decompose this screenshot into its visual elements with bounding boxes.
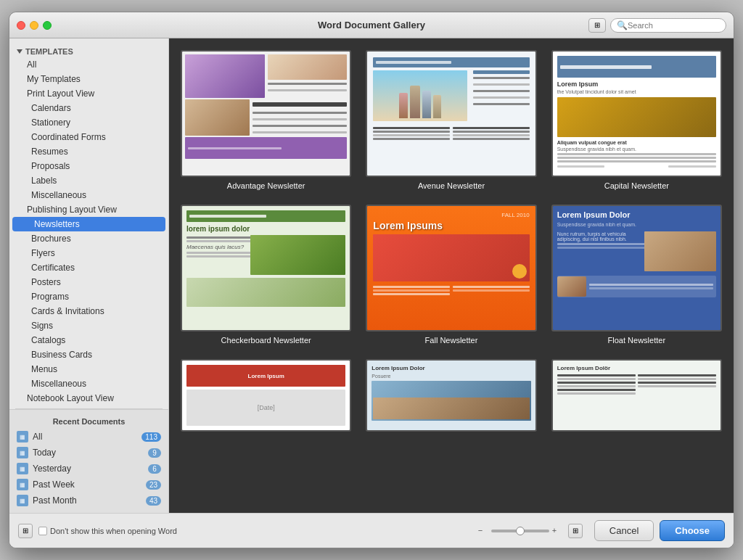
sidebar-item-coordinated-forms[interactable]: Coordinated Forms (9, 130, 168, 144)
template-name-advantage: Advantage Newsletter (227, 181, 305, 190)
close-button[interactable] (17, 21, 25, 30)
sidebar-item-calendars[interactable]: Calendars (9, 101, 168, 115)
recent-item-today[interactable]: ▦ Today 9 (9, 445, 168, 461)
recent-item-past-month[interactable]: ▦ Past Month 43 (9, 493, 168, 508)
template-name-fall: Fall Newsletter (425, 336, 478, 345)
recent-all-badge: 113 (141, 432, 161, 442)
collapse-triangle-icon (17, 49, 22, 54)
recent-documents-header: Recent Documents (9, 414, 168, 429)
template-card-row3-1[interactable]: Lorem Ipsum [Date] (181, 359, 351, 436)
recent-past-week-label: Past Week (33, 479, 141, 490)
sidebar-item-menus[interactable]: Menus (9, 362, 168, 376)
sidebar-item-signs[interactable]: Signs (9, 318, 168, 333)
recent-today-icon: ▦ (17, 447, 28, 458)
template-preview-advantage[interactable] (181, 50, 351, 177)
zoom-handle[interactable] (516, 527, 525, 535)
zoom-in-icon[interactable]: + (552, 526, 562, 536)
template-preview-fall[interactable]: FALL 2010 Lorem Ipsums (366, 205, 536, 332)
traffic-lights (17, 21, 52, 30)
dont-show-label: Don't show this when opening Word (50, 527, 177, 535)
recent-past-month-badge: 43 (146, 496, 161, 506)
view-toggle-button[interactable]: ⊞ (588, 18, 606, 33)
title-bar: Word Document Gallery ⊞ 🔍 (9, 12, 734, 38)
sidebar-item-publishing-layout-view[interactable]: Publishing Layout View (9, 202, 168, 217)
recent-item-yesterday[interactable]: ▦ Yesterday 6 (9, 461, 168, 477)
recent-past-month-icon: ▦ (17, 495, 28, 506)
sidebar-toggle-button[interactable]: ⊞ (18, 524, 33, 538)
cancel-button[interactable]: Cancel (594, 520, 654, 541)
recent-yesterday-icon: ▦ (17, 463, 28, 474)
zoom-out-icon[interactable]: − (478, 526, 488, 536)
sidebar-item-print-layout-view[interactable]: Print Layout View (9, 86, 168, 101)
template-preview-avenue[interactable] (366, 50, 536, 177)
template-name-capital: Capital Newsletter (604, 181, 669, 190)
template-preview-row3-2[interactable]: Lorem Ipsum Dolor Posuere (366, 359, 536, 432)
template-preview-row3-1[interactable]: Lorem Ipsum [Date] (181, 359, 351, 432)
recent-past-month-label: Past Month (33, 495, 141, 506)
template-name-avenue: Avenue Newsletter (418, 181, 485, 190)
sidebar-item-notebook-layout-view[interactable]: Notebook Layout View (9, 391, 168, 405)
sidebar-scroll-area: TEMPLATES All My Templates Print Layout … (9, 38, 168, 409)
sidebar-item-flyers[interactable]: Flyers (9, 246, 168, 260)
bottom-bar: ⊞ Don't show this when opening Word − + … (9, 513, 734, 548)
choose-button[interactable]: Choose (660, 520, 725, 541)
recent-item-all[interactable]: ▦ All 113 (9, 429, 168, 445)
template-name-checkerboard: Checkerboard Newsletter (221, 336, 311, 345)
recent-all-icon: ▦ (17, 431, 28, 442)
zoom-slider[interactable] (491, 530, 549, 532)
sidebar: TEMPLATES All My Templates Print Layout … (9, 38, 169, 513)
recent-past-week-badge: 23 (146, 480, 161, 490)
sidebar-item-programs[interactable]: Programs (9, 289, 168, 304)
sidebar-item-miscellaneous1[interactable]: Miscellaneous (9, 188, 168, 202)
template-card-avenue[interactable]: Avenue Newsletter (366, 50, 536, 190)
template-card-checkerboard[interactable]: lorem ipsum dolor Maecenas quis lacus? (181, 205, 351, 345)
search-bar[interactable]: 🔍 (610, 18, 726, 33)
template-card-advantage[interactable]: Advantage Newsletter (181, 50, 351, 190)
search-input[interactable] (628, 21, 720, 30)
sidebar-item-my-templates[interactable]: My Templates (9, 72, 168, 86)
recent-all-label: All (33, 432, 137, 442)
recent-yesterday-badge: 6 (148, 464, 161, 474)
recent-documents-section: Recent Documents ▦ All 113 ▦ Today 9 ▦ Y… (9, 409, 168, 513)
window-title: Word Document Gallery (318, 20, 425, 30)
template-preview-capital[interactable]: Lorem Ipsum the Volutpat tincidunt dolor… (551, 50, 722, 177)
template-preview-checkerboard[interactable]: lorem ipsum dolor Maecenas quis lacus? (181, 205, 351, 332)
sidebar-item-cards-invitations[interactable]: Cards & Invitations (9, 304, 168, 318)
sidebar-item-proposals[interactable]: Proposals (9, 159, 168, 173)
maximize-button[interactable] (43, 21, 52, 30)
template-grid-area: Advantage Newsletter (169, 38, 734, 513)
sidebar-item-miscellaneous2[interactable]: Miscellaneous (9, 376, 168, 391)
dont-show-checkbox[interactable] (38, 527, 47, 535)
template-card-capital[interactable]: Lorem Ipsum the Volutpat tincidunt dolor… (551, 50, 722, 190)
recent-yesterday-label: Yesterday (33, 464, 144, 474)
recent-today-label: Today (33, 448, 144, 458)
sidebar-item-posters[interactable]: Posters (9, 275, 168, 289)
minimize-button[interactable] (30, 21, 38, 30)
sidebar-item-catalogs[interactable]: Catalogs (9, 333, 168, 347)
templates-section-label: TEMPLATES (9, 44, 168, 57)
zoom-bar: − + ⊞ (478, 524, 583, 538)
sidebar-item-labels[interactable]: Labels (9, 173, 168, 188)
template-preview-float[interactable]: Lorem Ipsum Dolor Suspendisse gravida ni… (551, 205, 722, 332)
template-grid: Advantage Newsletter (169, 38, 734, 513)
sidebar-item-all[interactable]: All (9, 57, 168, 72)
recent-past-week-icon: ▦ (17, 479, 28, 490)
template-card-row3-3[interactable]: Lorem Ipsum Dolör (551, 359, 722, 436)
template-card-fall[interactable]: FALL 2010 Lorem Ipsums (366, 205, 536, 345)
template-card-row3-2[interactable]: Lorem Ipsum Dolor Posuere (366, 359, 536, 436)
sidebar-item-business-cards[interactable]: Business Cards (9, 347, 168, 362)
search-icon: 🔍 (617, 20, 628, 30)
sidebar-item-resumes[interactable]: Resumes (9, 144, 168, 159)
recent-item-past-week[interactable]: ▦ Past Week 23 (9, 477, 168, 493)
recent-today-badge: 9 (148, 448, 161, 458)
sidebar-item-stationery[interactable]: Stationery (9, 115, 168, 130)
sidebar-item-certificates[interactable]: Certificates (9, 260, 168, 275)
toolbar: ⊞ 🔍 (588, 18, 726, 33)
template-preview-row3-3[interactable]: Lorem Ipsum Dolör (551, 359, 722, 432)
sidebar-item-brochures[interactable]: Brochures (9, 231, 168, 246)
template-card-float[interactable]: Lorem Ipsum Dolor Suspendisse gravida ni… (551, 205, 722, 345)
grid-view-button[interactable]: ⊞ (568, 524, 583, 538)
dont-show-checkbox-wrapper[interactable]: Don't show this when opening Word (38, 527, 177, 535)
word-document-gallery-window: Word Document Gallery ⊞ 🔍 TEMPLATES All … (9, 12, 734, 548)
sidebar-item-newsletters[interactable]: Newsletters (12, 217, 165, 231)
